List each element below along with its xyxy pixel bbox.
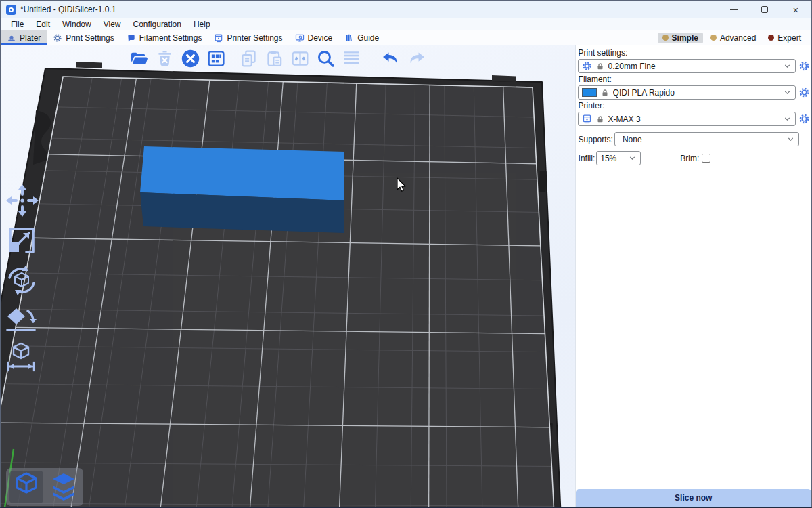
trash-icon [155,49,175,68]
expert-dot-icon [768,35,774,41]
view-toggle [6,468,83,506]
app-logo-icon [6,5,16,15]
tab-device[interactable]: Device [289,30,339,45]
filament-combo[interactable]: QIDI PLA Rapido [578,85,796,100]
redo-button[interactable] [405,47,427,69]
slice-now-button[interactable]: Slice now [576,489,811,507]
menu-edit[interactable]: Edit [30,18,56,30]
gear-icon [53,33,62,43]
supports-combo[interactable]: None [614,132,799,146]
edit-printer-gear-icon[interactable] [798,113,810,125]
printer-icon [582,114,592,124]
lock-icon [596,115,604,123]
infill-label: Infill: [579,154,595,163]
model-object-box[interactable] [140,146,344,233]
tab-filament-settings[interactable]: Filament Settings [120,30,208,45]
window-title: *Untitled - QIDISlicer-1.0.1 [20,5,116,14]
viewport-toolbar [128,47,427,69]
gear-icon [582,61,592,71]
menu-help[interactable]: Help [187,18,217,30]
brim-checkbox[interactable] [702,154,710,163]
circle-x-icon [181,49,200,68]
menu-file[interactable]: File [5,18,30,30]
guide-icon [344,33,354,43]
lock-icon [596,62,604,70]
maximize-button[interactable] [749,1,780,18]
redo-arrow-icon [407,49,426,68]
chevron-down-icon [783,88,792,97]
print-settings-combo[interactable]: 0.20mm Fine [578,59,796,73]
title-bar: *Untitled - QIDISlicer-1.0.1 × [1,1,811,18]
delete-button[interactable] [154,47,175,69]
search-button[interactable] [315,47,336,69]
printer-icon [214,33,223,43]
filament-icon [127,33,136,43]
mode-simple[interactable]: Simple [658,33,703,43]
mode-switcher: Simple Advanced Expert [658,30,811,45]
plater-icon [7,33,16,43]
delete-all-button[interactable] [179,47,201,69]
maximize-icon [761,6,768,13]
variable-layer-height-button[interactable] [340,47,362,69]
open-button[interactable] [128,47,150,69]
minimize-icon [730,9,738,9]
chevron-down-icon [628,154,637,163]
paste-button[interactable] [263,47,285,69]
copy-button[interactable] [238,47,259,69]
chevron-down-icon [783,62,792,70]
split-window-icon [290,49,310,68]
paste-icon [265,49,284,68]
tab-guide[interactable]: Guide [338,30,385,45]
chevron-down-icon [786,135,795,144]
settings-panel: Print settings: 0.20mm Fine Filament: QI… [575,45,811,507]
mode-advanced[interactable]: Advanced [706,33,761,43]
edit-filament-gear-icon[interactable] [798,87,810,98]
arrange-grid-icon [206,49,226,68]
tab-print-settings[interactable]: Print Settings [47,30,120,45]
menu-bar: File Edit Window View Configuration Help [1,18,811,30]
mode-expert[interactable]: Expert [763,33,806,43]
print-settings-label: Print settings: [579,48,811,58]
app-window: *Untitled - QIDISlicer-1.0.1 × File Edit… [0,0,812,508]
filament-color-swatch [582,88,597,97]
lock-icon [601,89,609,97]
split-objects-button[interactable] [289,47,311,69]
tab-bar: Plater Print Settings Filament Settings … [1,30,811,45]
brim-label: Brim: [680,154,699,163]
menu-configuration[interactable]: Configuration [127,18,187,30]
filament-label: Filament: [579,75,811,84]
print-bed[interactable] [1,77,562,507]
layers-lines-icon [342,49,361,68]
3d-viewport[interactable] [1,45,575,507]
simple-dot-icon [662,35,669,41]
device-icon [295,33,304,43]
close-button[interactable]: × [780,1,811,18]
tab-printer-settings[interactable]: Printer Settings [208,30,288,45]
edit-print-settings-gear-icon[interactable] [798,60,810,72]
tab-plater[interactable]: Plater [1,30,47,45]
infill-combo[interactable]: 15% [596,151,641,165]
supports-label: Supports: [579,135,613,144]
chevron-down-icon [783,114,792,123]
arrange-button[interactable] [205,47,227,69]
magnifier-icon [316,49,336,68]
minimize-button[interactable] [718,1,749,18]
undo-arrow-icon [381,49,401,68]
menu-view[interactable]: View [97,18,127,30]
close-icon: × [793,4,799,16]
printer-label: Printer: [579,101,811,110]
copy-icon [239,49,258,68]
menu-window[interactable]: Window [56,18,97,30]
printer-combo[interactable]: X-MAX 3 [578,112,796,126]
advanced-dot-icon [710,35,717,41]
undo-button[interactable] [380,47,401,69]
open-folder-icon [129,49,149,68]
